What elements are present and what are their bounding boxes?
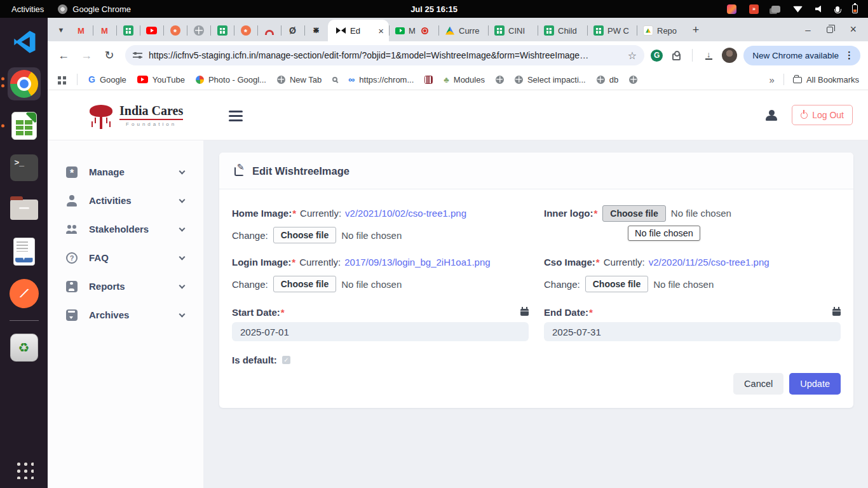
is-default-checkbox[interactable]: ✓ bbox=[282, 356, 290, 364]
end-date-input[interactable] bbox=[544, 322, 841, 341]
bookmark-photos[interactable]: Photo - Googl... bbox=[196, 75, 266, 85]
chrome-update-chip[interactable]: New Chrome available ⋮ bbox=[743, 46, 860, 65]
cso-image-file-link[interactable]: v2/2020/11/25/cso-tree1.png bbox=[649, 257, 770, 268]
login-image-choose-file-button[interactable]: Choose file bbox=[273, 276, 336, 292]
update-button[interactable]: Update bbox=[789, 373, 841, 395]
bookmark-youtube[interactable]: YouTube bbox=[137, 75, 185, 85]
tab-sheet-child[interactable]: Child bbox=[538, 20, 587, 41]
site-settings-icon[interactable] bbox=[133, 51, 142, 60]
bookmarks-overflow-icon[interactable]: » bbox=[770, 74, 775, 85]
tab-title: Repo bbox=[657, 26, 677, 36]
bookmark-db[interactable]: db bbox=[597, 75, 618, 85]
activities-button[interactable]: Activities bbox=[9, 3, 46, 15]
grammarly-extension-icon[interactable]: G bbox=[651, 50, 663, 62]
sidebar-item-faq[interactable]: ? FAQ bbox=[48, 243, 203, 272]
home-image-file-link[interactable]: v2/2021/10/02/cso-tree1.png bbox=[345, 208, 466, 219]
close-tab-icon[interactable]: × bbox=[378, 25, 384, 36]
calendar-icon[interactable] bbox=[520, 309, 529, 316]
start-date-input[interactable] bbox=[232, 322, 529, 341]
sidebar-item-stakeholders[interactable]: Stakeholders bbox=[48, 215, 203, 243]
back-icon[interactable]: ← bbox=[54, 46, 73, 65]
dock-item-vscode[interactable] bbox=[8, 25, 41, 58]
restore-icon[interactable] bbox=[827, 27, 833, 33]
pinned-tab-chatgpt[interactable] bbox=[304, 20, 328, 41]
minimize-icon[interactable]: – bbox=[805, 24, 810, 35]
pinned-tab-globe[interactable] bbox=[187, 20, 210, 41]
inner-logo-choose-file-button[interactable]: Choose file bbox=[602, 205, 665, 222]
pinned-tab-sheets[interactable] bbox=[116, 20, 140, 41]
forward-icon[interactable]: → bbox=[77, 46, 96, 65]
sidebar-item-activities[interactable]: Activities bbox=[48, 186, 203, 215]
pinned-tab-gmail[interactable] bbox=[69, 20, 93, 41]
extensions-icon[interactable] bbox=[672, 53, 681, 60]
menu-kebab-icon[interactable]: ⋮ bbox=[844, 50, 854, 61]
bookmark-piano[interactable] bbox=[424, 76, 433, 84]
bookmark-modules[interactable]: ♣Modules bbox=[444, 75, 485, 85]
url-text[interactable]: https://icfnv5-staging.icfn.in/manage-se… bbox=[149, 50, 621, 60]
close-window-icon[interactable]: × bbox=[850, 23, 857, 36]
clock[interactable]: Jul 25 16:15 bbox=[410, 4, 458, 14]
active-tab[interactable]: Ed × bbox=[328, 20, 389, 41]
tab-drive[interactable]: Curre bbox=[438, 20, 488, 41]
bookmarks-bar: GGoogle YouTube Photo - Googl... New Tab… bbox=[48, 69, 868, 90]
tab-title: Child bbox=[558, 26, 577, 36]
sidebar-toggle-burger-icon[interactable] bbox=[229, 111, 243, 112]
dock-item-terminal[interactable]: >_ bbox=[8, 151, 41, 184]
chat-icon[interactable] bbox=[771, 6, 780, 13]
volume-icon[interactable] bbox=[815, 6, 823, 13]
bookmark-globe[interactable] bbox=[629, 76, 637, 84]
dock-item-document-viewer[interactable] bbox=[8, 235, 41, 268]
cso-image-choose-file-button[interactable]: Choose file bbox=[585, 276, 648, 292]
pinned-tab-claude[interactable] bbox=[234, 20, 257, 41]
bookmark-chrome-link[interactable]: ∞https://chrom... bbox=[348, 74, 414, 85]
pinned-tab-gmail[interactable] bbox=[93, 20, 116, 41]
sidebar-item-reports[interactable]: Reports bbox=[48, 272, 203, 301]
sidebar-item-manage[interactable]: Manage bbox=[48, 158, 203, 186]
pinned-tab-sheets[interactable] bbox=[210, 20, 234, 41]
pinned-tab-claude[interactable] bbox=[163, 20, 187, 41]
google-sheets-icon bbox=[123, 25, 133, 36]
new-tab-button[interactable]: + bbox=[686, 20, 705, 39]
wifi-icon[interactable] bbox=[793, 6, 803, 13]
tab-meet[interactable]: M bbox=[389, 20, 438, 41]
battery-icon[interactable] bbox=[852, 4, 858, 13]
dock-item-libreoffice-calc[interactable] bbox=[8, 109, 41, 142]
toolbox-icon[interactable] bbox=[727, 4, 736, 14]
login-image-file-link[interactable]: 2017/09/13/login_bg_2iH1oa1.png bbox=[344, 257, 490, 268]
bookmark-google[interactable]: GGoogle bbox=[88, 74, 126, 85]
pinned-tab-youtube[interactable] bbox=[140, 20, 163, 41]
bookmark-search[interactable] bbox=[332, 77, 337, 82]
sidebar-item-label: Reports bbox=[89, 281, 125, 292]
dock-item-files[interactable] bbox=[8, 193, 41, 226]
microphone-icon[interactable] bbox=[836, 6, 839, 12]
sidebar-item-archives[interactable]: Archives bbox=[48, 301, 203, 329]
cancel-button[interactable]: Cancel bbox=[733, 373, 783, 395]
bookmark-new-tab[interactable]: New Tab bbox=[277, 75, 322, 85]
pinned-tab-null[interactable] bbox=[281, 20, 304, 41]
dock-item-trash[interactable] bbox=[8, 331, 41, 364]
site-logo[interactable]: India Cares Foundation bbox=[88, 104, 183, 127]
user-profile-icon[interactable] bbox=[765, 110, 778, 121]
tab-repo[interactable]: Repo bbox=[637, 20, 686, 41]
downloads-icon[interactable] bbox=[705, 51, 712, 60]
dock-item-chrome[interactable] bbox=[8, 67, 41, 100]
show-applications-button[interactable] bbox=[14, 459, 34, 479]
logout-button[interactable]: Log Out bbox=[792, 105, 853, 125]
home-image-choose-file-button[interactable]: Choose file bbox=[273, 227, 336, 243]
all-bookmarks-button[interactable]: All Bookmarks bbox=[793, 75, 859, 85]
screenshare-icon[interactable]: » bbox=[749, 4, 759, 14]
tab-sheet-pw[interactable]: PW C bbox=[587, 20, 637, 41]
address-bar[interactable]: https://icfnv5-staging.icfn.in/manage-se… bbox=[125, 45, 644, 65]
pinned-tab-arc[interactable] bbox=[257, 20, 281, 41]
bookmark-star-icon[interactable]: ☆ bbox=[628, 50, 637, 62]
google-meet-icon bbox=[395, 27, 405, 34]
bookmark-select-impact[interactable]: Select impacti... bbox=[515, 75, 586, 85]
profile-avatar[interactable] bbox=[722, 48, 737, 63]
focused-app-menu[interactable]: Google Chrome bbox=[58, 4, 131, 14]
dock-item-postman[interactable]: ∕ bbox=[8, 277, 41, 310]
reload-icon[interactable]: ↻ bbox=[100, 46, 119, 65]
tab-sheet-cini[interactable]: CINI bbox=[488, 20, 538, 41]
calendar-icon[interactable] bbox=[832, 309, 841, 316]
bookmark-globe[interactable] bbox=[496, 76, 504, 84]
tab-search-chevron-icon[interactable]: ▼ bbox=[53, 22, 69, 38]
